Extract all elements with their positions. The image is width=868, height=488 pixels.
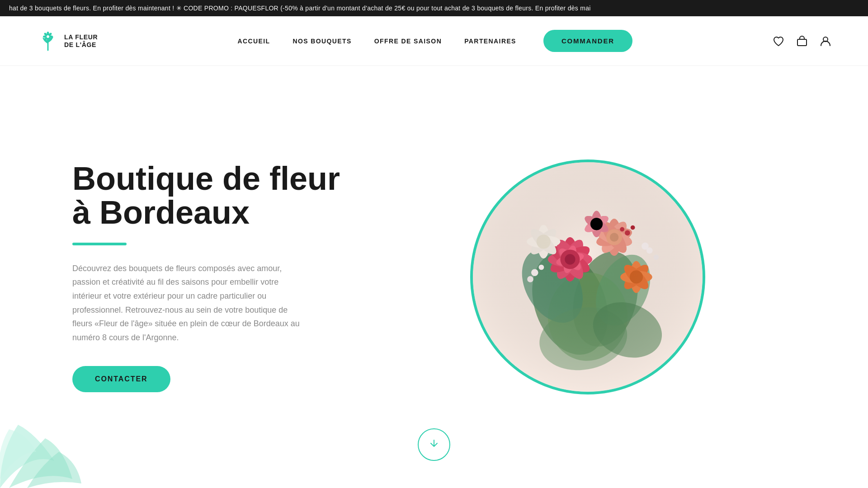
hero-section: Boutique de fleur à Bordeaux Découvrez d… <box>0 66 868 488</box>
wishlist-button[interactable] <box>772 35 785 47</box>
promo-banner: hat de 3 bouquets de fleurs. En profiter… <box>0 0 868 16</box>
flower-circle <box>470 160 705 394</box>
commander-button[interactable]: COMMANDER <box>543 30 632 52</box>
header-icons <box>772 35 832 47</box>
hero-divider <box>72 243 127 245</box>
nav-nos-bouquets[interactable]: NOS BOUQUETS <box>292 38 351 45</box>
hero-description: Découvrez des bouquets de fleurs composé… <box>72 262 307 345</box>
hero-image-area <box>344 160 832 394</box>
heart-icon <box>772 35 785 47</box>
flower-bouquet-image <box>473 160 703 394</box>
nav-partenaires[interactable]: PARTENAIRES <box>464 38 516 45</box>
main-nav: ACCUEIL NOS BOUQUETS OFFRE DE SAISON PAR… <box>237 30 632 52</box>
logo[interactable]: LA FLEUR DE L'ÂGE <box>36 29 98 53</box>
logo-icon <box>36 29 60 53</box>
hero-content: Boutique de fleur à Bordeaux Découvrez d… <box>72 162 344 393</box>
contacter-button[interactable]: CONTACTER <box>72 366 170 392</box>
site-header: LA FLEUR DE L'ÂGE ACCUEIL NOS BOUQUETS O… <box>0 16 868 66</box>
user-icon <box>819 35 832 47</box>
bag-icon <box>796 35 808 47</box>
nav-accueil[interactable]: ACCUEIL <box>237 38 270 45</box>
hero-title: Boutique de fleur à Bordeaux <box>72 162 344 230</box>
scroll-down-button[interactable] <box>418 428 450 461</box>
arrow-down-icon <box>429 438 439 451</box>
account-button[interactable] <box>819 35 832 47</box>
promo-banner-text: hat de 3 bouquets de fleurs. En profiter… <box>0 5 600 12</box>
logo-text: LA FLEUR DE L'ÂGE <box>64 33 98 49</box>
nav-offre-de-saison[interactable]: OFFRE DE SAISON <box>374 38 442 45</box>
cart-button[interactable] <box>796 35 808 47</box>
svg-point-2 <box>47 35 49 38</box>
svg-rect-11 <box>797 39 807 46</box>
svg-point-87 <box>473 162 703 392</box>
